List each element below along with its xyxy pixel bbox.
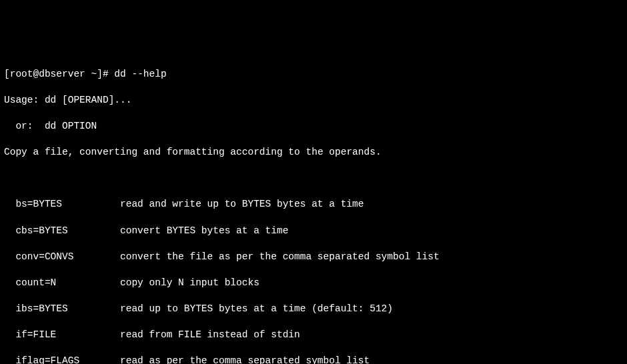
usage-desc: Copy a file, converting and formatting a…	[4, 146, 623, 159]
terminal-output: [root@dbserver ~]# dd --help Usage: dd […	[4, 55, 623, 364]
shell-prompt: [root@dbserver ~]#	[4, 68, 114, 81]
blank-line	[4, 172, 623, 185]
operand-opt: iflag=FLAGS	[15, 355, 120, 364]
operand-count: count=Ncopy only N input blocks	[4, 277, 623, 290]
operand-opt: ibs=BYTES	[15, 303, 120, 316]
prompt-line[interactable]: [root@dbserver ~]# dd --help	[4, 68, 623, 81]
operand-opt: cbs=BYTES	[15, 225, 120, 238]
operand-desc: read as per the comma separated symbol l…	[120, 355, 370, 364]
operand-opt: conv=CONVS	[15, 251, 120, 264]
operand-desc: convert BYTES bytes at a time	[120, 225, 288, 238]
operand-opt: bs=BYTES	[15, 198, 120, 211]
operand-desc: read up to BYTES bytes at a time (defaul…	[120, 303, 393, 316]
usage-line-1: Usage: dd [OPERAND]...	[4, 94, 623, 107]
operand-conv: conv=CONVSconvert the file as per the co…	[4, 251, 623, 264]
operand-opt: count=N	[15, 277, 120, 290]
usage-line-2: or: dd OPTION	[4, 120, 623, 133]
operand-desc: copy only N input blocks	[120, 277, 259, 290]
operand-desc: convert the file as per the comma separa…	[120, 251, 440, 264]
operand-opt: if=FILE	[15, 329, 120, 342]
operand-desc: read from FILE instead of stdin	[120, 329, 300, 342]
operand-desc: read and write up to BYTES bytes at a ti…	[120, 198, 364, 211]
operand-iflag: iflag=FLAGSread as per the comma separat…	[4, 355, 623, 364]
operand-if: if=FILEread from FILE instead of stdin	[4, 329, 623, 342]
operand-cbs: cbs=BYTESconvert BYTES bytes at a time	[4, 225, 623, 238]
typed-command: dd --help	[114, 68, 166, 81]
operand-bs: bs=BYTESread and write up to BYTES bytes…	[4, 198, 623, 211]
operand-ibs: ibs=BYTESread up to BYTES bytes at a tim…	[4, 303, 623, 316]
